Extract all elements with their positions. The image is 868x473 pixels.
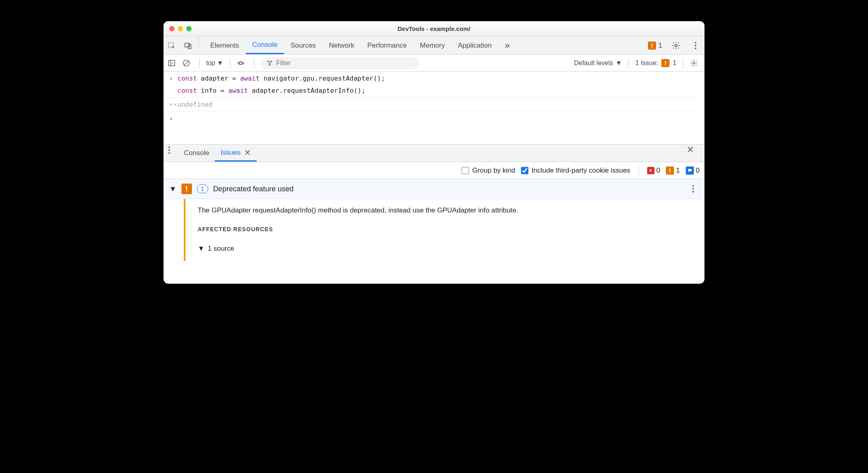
- filter-input[interactable]: [276, 59, 413, 67]
- input-marker-icon: [169, 85, 177, 96]
- svg-point-3: [675, 44, 677, 47]
- group-by-kind-toggle[interactable]: Group by kind: [462, 166, 515, 175]
- issue-message: The GPUAdapter requestAdapterInfo() meth…: [198, 206, 696, 215]
- expand-icon: ▼: [169, 185, 177, 193]
- include-3p-toggle[interactable]: Include third-party cookie issues: [521, 166, 630, 175]
- error-icon: ×: [647, 167, 654, 174]
- console-prompt-row[interactable]: ›: [164, 112, 704, 145]
- maximize-window-button[interactable]: [186, 26, 192, 31]
- issue-content: The GPUAdapter requestAdapterInfo() meth…: [185, 199, 704, 261]
- tab-application[interactable]: Application: [451, 37, 498, 54]
- warning-icon: !: [648, 42, 656, 50]
- main-tabbar: Elements Console Sources Network Perform…: [164, 37, 704, 55]
- console-settings-button[interactable]: [690, 59, 700, 67]
- settings-button[interactable]: [668, 41, 684, 50]
- filter-box[interactable]: [261, 57, 419, 69]
- clear-console-button[interactable]: [182, 59, 193, 67]
- close-tab-icon[interactable]: ✕: [244, 148, 251, 158]
- svg-point-9: [693, 62, 695, 64]
- issues-label: 1 Issue:: [635, 59, 658, 67]
- error-count[interactable]: × 0: [647, 166, 660, 175]
- issue-title: Deprecated feature used: [213, 185, 294, 193]
- affected-resources-heading: AFFECTED RESOURCES: [198, 226, 696, 232]
- tab-memory[interactable]: Memory: [413, 37, 451, 54]
- inspect-element-button[interactable]: [164, 37, 180, 54]
- group-by-kind-checkbox[interactable]: [462, 167, 469, 174]
- close-window-button[interactable]: [169, 26, 174, 31]
- tab-sources[interactable]: Sources: [284, 37, 322, 54]
- separator: [254, 58, 254, 68]
- separator: [198, 37, 199, 46]
- minimize-window-button[interactable]: [178, 26, 183, 31]
- issues-counter[interactable]: 1 Issue: ! 1: [635, 59, 676, 67]
- warning-count[interactable]: ! 1: [666, 166, 680, 175]
- levels-label: Default levels: [574, 59, 613, 67]
- info-icon: [686, 166, 694, 175]
- drawer-tabbar: Console Issues ✕ ✕: [164, 144, 704, 162]
- tab-console[interactable]: Console: [246, 37, 284, 54]
- group-by-kind-label: Group by kind: [472, 166, 515, 175]
- console-toolbar: top ▼ Default levels ▼ 1 Issue: ! 1: [164, 55, 704, 72]
- info-count-value: 0: [696, 166, 700, 175]
- console-output-row: ‹· undefined: [164, 98, 704, 112]
- close-drawer-button[interactable]: ✕: [687, 145, 704, 162]
- prompt-marker-icon: ›: [169, 114, 177, 124]
- separator: [199, 58, 200, 68]
- svg-rect-1: [185, 43, 190, 47]
- filter-icon: [266, 60, 273, 66]
- svg-rect-4: [169, 60, 175, 66]
- device-toolbar-button[interactable]: [180, 37, 196, 54]
- more-menu-button[interactable]: [690, 40, 701, 51]
- context-label: top: [206, 59, 215, 67]
- sources-label: 1 source: [208, 245, 234, 253]
- warning-icon: !: [661, 59, 670, 67]
- issue-body: The GPUAdapter requestAdapterInfo() meth…: [164, 199, 704, 261]
- issue-count-pill: 1: [197, 184, 208, 193]
- tab-network[interactable]: Network: [323, 37, 361, 54]
- issue-row-header[interactable]: ▼ ! 1 Deprecated feature used: [164, 179, 704, 199]
- separator: [639, 166, 639, 175]
- console-input-row: › const adapter = await navigator.gpu.re…: [164, 72, 704, 84]
- code-line-2: const info = await adapter.requestAdapte…: [177, 85, 365, 96]
- window-controls: [169, 26, 192, 31]
- chevron-down-icon: ▼: [615, 59, 622, 67]
- include-3p-label: Include third-party cookie issues: [532, 166, 630, 175]
- separator: [230, 58, 230, 68]
- toggle-sidebar-button[interactable]: [168, 59, 178, 67]
- window-title: DevTools - example.com/: [164, 25, 704, 32]
- svg-line-7: [184, 61, 188, 65]
- drawer-tab-issues[interactable]: Issues ✕: [215, 145, 256, 162]
- separator: [683, 58, 683, 68]
- log-levels-selector[interactable]: Default levels ▼: [574, 59, 622, 67]
- issues-count: 1: [673, 59, 676, 67]
- code-line-1: const adapter = await navigator.gpu.requ…: [177, 73, 385, 84]
- tab-performance[interactable]: Performance: [361, 37, 413, 54]
- tabbar-right: ! 1: [648, 37, 704, 54]
- error-count-value: 0: [656, 166, 660, 175]
- include-3p-checkbox[interactable]: [521, 167, 528, 174]
- chevron-down-icon: ▼: [217, 59, 223, 67]
- info-count[interactable]: 0: [686, 166, 700, 175]
- source-row[interactable]: ▼ 1 source: [198, 245, 696, 253]
- warning-count-value: 1: [676, 166, 680, 175]
- warning-icon: !: [181, 184, 192, 194]
- titlebar: DevTools - example.com/: [164, 21, 704, 37]
- context-selector[interactable]: top ▼: [206, 59, 223, 67]
- input-marker-icon: ›: [169, 73, 177, 84]
- tab-elements[interactable]: Elements: [204, 37, 246, 54]
- issue-menu-button[interactable]: [687, 183, 699, 195]
- devtools-window: DevTools - example.com/ Elements Console…: [164, 21, 704, 284]
- drawer-tab-issues-label: Issues: [220, 149, 240, 157]
- warning-icon: !: [666, 166, 674, 175]
- panel-tabs: Elements Console Sources Network Perform…: [204, 37, 648, 54]
- warning-count: 1: [659, 42, 662, 50]
- drawer-tab-console[interactable]: Console: [178, 145, 215, 162]
- drawer-menu-button[interactable]: [164, 145, 178, 162]
- tabs-overflow[interactable]: »: [498, 37, 516, 54]
- console-content[interactable]: › const adapter = await navigator.gpu.re…: [164, 72, 704, 144]
- warnings-indicator[interactable]: ! 1: [648, 42, 662, 50]
- live-expression-button[interactable]: [237, 59, 247, 67]
- expand-icon: ▼: [198, 245, 205, 253]
- separator: [628, 58, 629, 68]
- output-value: undefined: [177, 99, 213, 110]
